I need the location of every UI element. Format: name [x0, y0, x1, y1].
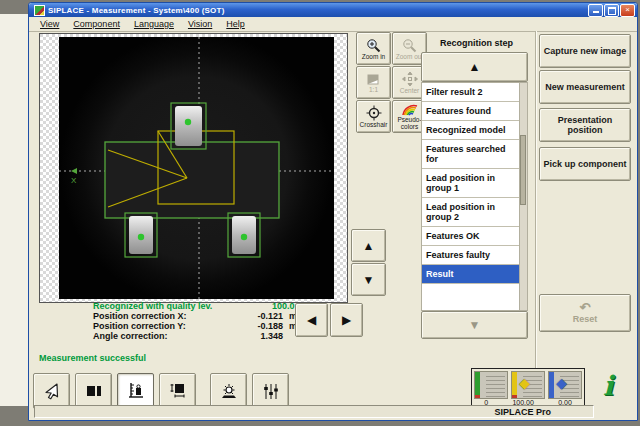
- up-arrow-icon: ▲: [363, 240, 375, 252]
- step-up-button[interactable]: ▲: [351, 229, 386, 262]
- list-item-selected[interactable]: Result: [422, 265, 527, 284]
- list-item[interactable]: Features found: [422, 102, 527, 121]
- x-axis-marker: X: [71, 168, 77, 185]
- cursor-icon: [43, 382, 61, 400]
- rainbow-icon: [401, 103, 419, 116]
- new-measurement-button[interactable]: New measurement: [539, 70, 631, 104]
- list-scroll-down-button[interactable]: ▼: [421, 311, 528, 339]
- menu-vision[interactable]: Vision: [181, 19, 219, 29]
- lead-bottom-left: [125, 213, 157, 257]
- reset-button[interactable]: ↶ Reset: [539, 294, 631, 332]
- lead-bottom-right: [228, 213, 260, 257]
- component-view-button[interactable]: [75, 373, 112, 409]
- down-arrow-icon: ▼: [469, 319, 481, 331]
- down-arrow-icon: ▼: [363, 274, 375, 286]
- camera-image: X: [59, 37, 334, 299]
- info-icon[interactable]: i: [603, 370, 613, 401]
- component-icon: [85, 384, 103, 398]
- quality-label: Recognized with quality lev.: [93, 301, 272, 311]
- status-message: Measurement successful: [39, 353, 146, 363]
- viewer-toolbar: Zoom in Zoom out 1:1: [356, 32, 427, 133]
- fit-1to1-button[interactable]: 1:1: [356, 66, 391, 99]
- component-body: [105, 142, 279, 218]
- list-item[interactable]: Recognized model: [422, 121, 527, 140]
- maximize-button[interactable]: [604, 4, 619, 17]
- screen: SIPLACE - Measurement - System\400 (SOT)…: [0, 0, 640, 426]
- zoom-out-icon: [402, 38, 417, 53]
- previous-step-button[interactable]: ◀: [295, 303, 328, 337]
- desktop-background: [0, 14, 29, 406]
- recognition-overlay: X: [59, 37, 334, 299]
- lamp-icon: [220, 383, 238, 400]
- crosshair-button[interactable]: Crosshair: [356, 100, 391, 133]
- app-icon: [34, 5, 45, 16]
- menu-help[interactable]: Help: [219, 19, 252, 29]
- list-item[interactable]: Filter result 2: [422, 83, 527, 102]
- right-arrow-icon: ▶: [342, 314, 351, 326]
- result-label: Angle correction:: [93, 331, 243, 341]
- measurement-tool-button[interactable]: [117, 373, 154, 409]
- list-item[interactable]: Lead position in group 1: [422, 169, 527, 198]
- settings-sliders-button[interactable]: [252, 373, 289, 409]
- menu-language[interactable]: Language: [127, 19, 181, 29]
- y-correction-gauge: ◆: [548, 371, 582, 399]
- undo-icon: ↶: [580, 302, 591, 314]
- quality-gauge: [474, 371, 508, 399]
- menu-bar: View Component Language Vision Help: [29, 17, 637, 32]
- result-value: -0.121: [243, 311, 283, 321]
- status-bar: SIPLACE Pro: [34, 405, 594, 418]
- minimize-button[interactable]: [588, 4, 603, 17]
- step-down-button[interactable]: ▼: [351, 263, 386, 296]
- list-item[interactable]: Features OK: [422, 227, 527, 246]
- crosshair-icon: [366, 105, 382, 121]
- center-icon: [402, 72, 418, 87]
- list-scroll-up-button[interactable]: ▲: [421, 52, 528, 82]
- list-item[interactable]: Features faulty: [422, 246, 527, 265]
- one-to-one-icon: [366, 73, 381, 86]
- recognition-step-list: Filter result 2 Features found Recognize…: [421, 82, 528, 311]
- menu-component[interactable]: Component: [66, 19, 127, 29]
- statusbar-text: SIPLACE Pro: [494, 407, 551, 417]
- lead-measure-button[interactable]: [159, 373, 196, 409]
- panel-divider: [535, 31, 536, 407]
- ruler-icon: [127, 382, 145, 400]
- result-label: Position correction Y:: [93, 321, 243, 331]
- up-arrow-icon: ▲: [469, 61, 481, 73]
- zoom-in-button[interactable]: Zoom in: [356, 32, 391, 65]
- scrollbar-thumb[interactable]: [520, 135, 526, 205]
- window-title: SIPLACE - Measurement - System\400 (SOT): [48, 6, 588, 15]
- left-arrow-icon: ◀: [307, 314, 316, 326]
- reset-label: Reset: [573, 314, 598, 324]
- x-axis-label: X: [71, 176, 77, 185]
- component-dimensions-icon: [169, 383, 187, 399]
- yellow-diamond-icon: ◆: [519, 376, 530, 390]
- presentation-position-button[interactable]: Presentation position: [539, 108, 631, 142]
- result-value: 1.348: [243, 331, 283, 341]
- measurement-results: Recognized with quality lev. 100.0 % Pos…: [93, 301, 305, 341]
- mode-toolbar: [33, 373, 289, 409]
- illumination-button[interactable]: [210, 373, 247, 409]
- close-button[interactable]: ×: [620, 4, 635, 17]
- app-window: SIPLACE - Measurement - System\400 (SOT)…: [28, 2, 638, 421]
- list-item[interactable]: Features searched for: [422, 140, 527, 169]
- blue-diamond-icon: ◆: [556, 376, 567, 390]
- capture-new-image-button[interactable]: Capture new image: [539, 34, 631, 68]
- client-area: X Zoom in: [29, 31, 637, 420]
- menu-view[interactable]: View: [33, 19, 66, 29]
- lead-top: [171, 103, 206, 149]
- next-step-button[interactable]: ▶: [330, 303, 363, 337]
- pick-up-component-button[interactable]: Pick up component: [539, 147, 631, 181]
- select-tool-button[interactable]: [33, 373, 70, 409]
- sliders-icon: [262, 383, 280, 400]
- camera-viewport[interactable]: X: [39, 33, 348, 303]
- x-correction-gauge: ◆: [511, 371, 545, 399]
- list-scrollbar[interactable]: [519, 83, 527, 310]
- result-label: Position correction X:: [93, 311, 243, 321]
- title-bar[interactable]: SIPLACE - Measurement - System\400 (SOT)…: [29, 3, 637, 17]
- list-item[interactable]: Lead position in group 2: [422, 198, 527, 227]
- result-value: -0.188: [243, 321, 283, 331]
- recognition-step-header: Recognition step: [419, 32, 534, 54]
- zoom-in-icon: [366, 38, 381, 53]
